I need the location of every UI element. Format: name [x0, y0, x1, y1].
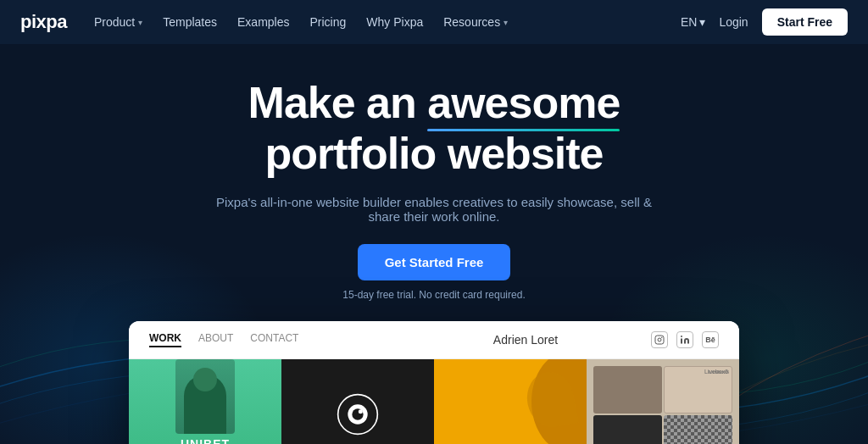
- portfolio-nav-about[interactable]: ABOUT: [198, 332, 233, 347]
- trial-text: 15-day free trial. No credit card requir…: [342, 289, 525, 301]
- portfolio-grid-item-2: [281, 359, 434, 444]
- get-started-button[interactable]: Get Started Free: [358, 244, 511, 280]
- chevron-down-icon: ▾: [138, 18, 142, 27]
- linkedin-icon[interactable]: [676, 331, 693, 348]
- portfolio-grid-item-1: UNIBET: [129, 359, 281, 444]
- brand-logo[interactable]: pixpa: [20, 11, 67, 33]
- language-selector[interactable]: EN ▾: [681, 15, 705, 29]
- hero-title: Make an awesome portfolio website: [248, 78, 620, 180]
- hero-section: Make an awesome portfolio website Pixpa'…: [0, 44, 868, 301]
- portfolio-preview: WORK ABOUT CONTACT Adrien Loret Bē: [129, 321, 739, 444]
- svg-point-2: [661, 337, 663, 339]
- behance-icon[interactable]: Bē: [702, 331, 719, 348]
- portfolio-nav-links: WORK ABOUT CONTACT: [149, 332, 400, 347]
- box-dark: [593, 366, 662, 413]
- start-free-button[interactable]: Start Free: [762, 8, 848, 36]
- portfolio-social-icons: Bē: [651, 331, 719, 348]
- nav-product[interactable]: Product ▾: [94, 15, 142, 29]
- portfolio-grid-item-3: Fornikar: [434, 359, 587, 444]
- login-button[interactable]: Login: [719, 15, 748, 29]
- nav-examples[interactable]: Examples: [237, 15, 289, 29]
- portfolio-nav-contact[interactable]: CONTACT: [250, 332, 298, 347]
- portfolio-grid: UNIBET: [129, 359, 739, 444]
- portfolio-navbar: WORK ABOUT CONTACT Adrien Loret Bē: [129, 321, 739, 359]
- nav-links: Product ▾ Templates Examples Pricing Why…: [94, 15, 681, 29]
- hero-highlight: awesome: [427, 78, 620, 129]
- instagram-icon[interactable]: [651, 331, 668, 348]
- box-light: Livebox6: [664, 366, 732, 413]
- chevron-down-icon: ▾: [699, 15, 705, 29]
- box-pattern: [664, 415, 732, 444]
- navbar: pixpa Product ▾ Templates Examples Prici…: [0, 0, 868, 44]
- svg-rect-0: [655, 336, 664, 344]
- livebox6-label: Livebox6: [709, 369, 729, 375]
- svg-point-1: [658, 338, 661, 341]
- box-black: [593, 415, 662, 444]
- portfolio-site-title: Adrien Loret: [400, 333, 651, 347]
- portfolio-nav-work[interactable]: WORK: [149, 332, 181, 347]
- unibet-label: UNIBET: [181, 437, 230, 444]
- svg-point-3: [681, 336, 682, 337]
- nav-templates[interactable]: Templates: [163, 15, 217, 29]
- hero-subtitle: Pixpa's all-in-one website builder enabl…: [214, 195, 654, 224]
- nav-resources[interactable]: Resources ▾: [443, 15, 508, 29]
- nav-why-pixpa[interactable]: Why Pixpa: [366, 15, 423, 29]
- nav-pricing[interactable]: Pricing: [310, 15, 347, 29]
- svg-point-7: [359, 409, 363, 413]
- person-silhouette: [175, 359, 235, 434]
- portfolio-grid-item-4: Livebox6: [587, 359, 739, 444]
- eye-logo-icon: [337, 393, 379, 436]
- chevron-down-icon: ▾: [504, 18, 508, 27]
- nav-right: EN ▾ Login Start Free: [681, 8, 848, 36]
